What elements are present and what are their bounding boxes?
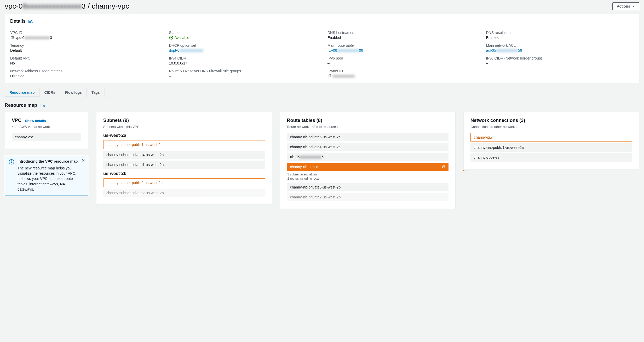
subnet-item[interactable]: channy-subnet-public1-us-west-2a bbox=[103, 140, 265, 149]
details-info-link[interactable]: Info bbox=[28, 20, 33, 23]
ipv6-cidr-label: IPv6 CIDR (Network border group) bbox=[486, 56, 634, 60]
az-label: us-west-2b bbox=[103, 171, 265, 176]
rm-route-tables-card: Route tables (8) Route network traffic t… bbox=[280, 112, 456, 209]
default-vpc-label: Default VPC bbox=[10, 56, 158, 60]
page-header: vpc-08xxxxxxxxxxxxxxx3 / channy-vpc Acti… bbox=[5, 0, 639, 14]
r53-value: – bbox=[169, 74, 317, 78]
route-table-item[interactable]: channy-rtb-private5-us-west-2b bbox=[287, 183, 449, 191]
actions-button[interactable]: Actions ▼ bbox=[612, 2, 639, 10]
route-table-item[interactable]: channy-rtb-private4-us-west-2a bbox=[287, 143, 449, 151]
tenancy-value: Default bbox=[10, 48, 158, 52]
ipv6-pool-label: IPv6 pool bbox=[327, 56, 475, 60]
network-item[interactable]: channy-igw bbox=[470, 133, 632, 142]
tab-cidrs[interactable]: CIDRs bbox=[39, 88, 60, 97]
state-value: Available bbox=[169, 36, 189, 40]
nau-value: Disabled bbox=[10, 74, 158, 78]
vpc-id-label: VPC ID bbox=[10, 31, 158, 35]
dns-hostnames-label: DNS hostnames bbox=[327, 31, 475, 35]
svg-rect-2 bbox=[328, 75, 330, 77]
svg-rect-0 bbox=[11, 37, 13, 39]
rt-meta: 3 subnet associations bbox=[287, 173, 449, 176]
svg-point-4 bbox=[11, 161, 12, 161]
intro-alert: ✕ Introducing the VPC resource map The n… bbox=[5, 155, 88, 196]
route-table-item[interactable]: channy-rtb-private2-us-west-2b bbox=[287, 193, 449, 201]
route-table-item[interactable]: channy-rtb-private6-us-west-2c bbox=[287, 133, 449, 141]
network-item[interactable]: channy-vpce-s3 bbox=[470, 153, 632, 162]
subnet-item[interactable]: channy-subnet-public2-us-west-2b bbox=[103, 178, 265, 187]
main-acl-link[interactable]: acl-05xxxxxxxxxxxx56 bbox=[486, 48, 522, 52]
owner-id-value: xxxxxxxxxxxx bbox=[327, 74, 475, 78]
state-label: State bbox=[169, 31, 317, 35]
subnet-item[interactable]: channy-subnet-private4-us-west-2a bbox=[103, 151, 265, 159]
alert-title: Introducing the VPC resource map bbox=[18, 159, 78, 164]
copy-icon[interactable] bbox=[327, 74, 331, 78]
rm-rt-sub: Route network traffic to resources bbox=[287, 125, 449, 129]
details-title: Details bbox=[10, 19, 26, 24]
subnet-item[interactable]: channy-subnet-private2-us-west-2b bbox=[103, 189, 265, 197]
ipv4-cidr-label: IPv4 CIDR bbox=[169, 56, 317, 60]
rt-meta: 2 routes including local bbox=[287, 177, 449, 180]
page-title: vpc-08xxxxxxxxxxxxxxx3 / channy-vpc bbox=[5, 2, 129, 10]
vpc-id-value: vpc-0xxxxxxxxxxxxxx3 bbox=[10, 36, 158, 40]
dhcp-link[interactable]: dopt-0xxxxxxxxxxxxx bbox=[169, 48, 203, 52]
rm-net-title: Network connections (3) bbox=[470, 118, 525, 123]
dns-hostnames-value: Enabled bbox=[327, 36, 475, 40]
close-icon[interactable]: ✕ bbox=[82, 158, 85, 163]
r53-label: Route 53 Resolver DNS Firewall rule grou… bbox=[169, 69, 317, 73]
tenancy-label: Tenancy bbox=[10, 43, 158, 48]
check-circle-icon bbox=[169, 36, 173, 40]
rm-subnets-card: Subnets (9) Subnets within this VPC us-w… bbox=[96, 112, 272, 205]
caret-down-icon: ▼ bbox=[632, 5, 635, 8]
ipv4-cidr-value: 10.0.0.0/17 bbox=[169, 61, 317, 65]
resource-map-info-link[interactable]: Info bbox=[40, 104, 45, 108]
ipv6-pool-value: – bbox=[327, 61, 475, 65]
route-table-item-selected[interactable]: channy-rtb-public bbox=[287, 163, 449, 171]
rm-vpc-item[interactable]: channy-vpc bbox=[12, 133, 81, 141]
main-acl-label: Main network ACL bbox=[486, 43, 634, 48]
show-details-link[interactable]: Show details bbox=[25, 119, 46, 123]
dhcp-label: DHCP option set bbox=[169, 43, 317, 48]
main-rt-link[interactable]: rtb-06xxxxxxxxxxxx06 bbox=[327, 48, 363, 52]
tab-resource-map[interactable]: Resource map bbox=[5, 88, 39, 97]
subnet-item[interactable]: channy-subnet-private1-us-west-2a bbox=[103, 161, 265, 169]
tab-tags[interactable]: Tags bbox=[87, 88, 105, 97]
dns-resolution-value: Enabled bbox=[486, 36, 634, 40]
rm-subnets-title: Subnets (9) bbox=[103, 118, 129, 123]
owner-id-label: Owner ID bbox=[327, 69, 475, 73]
dns-resolution-label: DNS resolution bbox=[486, 31, 634, 35]
route-table-item[interactable]: rtb-06xxxxxxxxxxxx6 bbox=[287, 153, 449, 161]
network-item[interactable]: channy-nat-public1-us-west-2a bbox=[470, 143, 632, 152]
nau-label: Network Address Usage metrics bbox=[10, 69, 158, 73]
main-rt-label: Main route table bbox=[327, 43, 475, 48]
resource-map-grid: VPC Show details Your AWS virtual networ… bbox=[5, 112, 639, 209]
rm-net-sub: Connections to other networks bbox=[470, 125, 632, 129]
external-link-icon bbox=[442, 165, 445, 169]
alert-body: The new resource map helps you visualize… bbox=[18, 166, 78, 192]
details-panel: Details Info VPC ID vpc-0xxxxxxxxxxxxxx3… bbox=[5, 14, 639, 83]
rm-vpc-sub: Your AWS virtual network bbox=[12, 125, 81, 129]
copy-icon[interactable] bbox=[10, 36, 14, 39]
ipv6-cidr-value: – bbox=[486, 61, 634, 65]
svg-rect-5 bbox=[11, 162, 12, 163]
rm-vpc-title: VPC bbox=[12, 118, 21, 123]
rm-rt-title: Route tables (8) bbox=[287, 118, 322, 123]
tabs: Resource map CIDRs Flow logs Tags bbox=[5, 88, 639, 97]
az-label: us-west-2a bbox=[103, 133, 265, 138]
rm-network-card: Network connections (3) Connections to o… bbox=[463, 112, 639, 169]
tab-flow-logs[interactable]: Flow logs bbox=[60, 88, 87, 97]
resource-map-title: Resource map bbox=[5, 103, 37, 108]
rm-vpc-card: VPC Show details Your AWS virtual networ… bbox=[5, 112, 88, 149]
info-icon bbox=[9, 159, 15, 192]
default-vpc-value: No bbox=[10, 61, 158, 65]
rm-subnets-sub: Subnets within this VPC bbox=[103, 125, 265, 129]
